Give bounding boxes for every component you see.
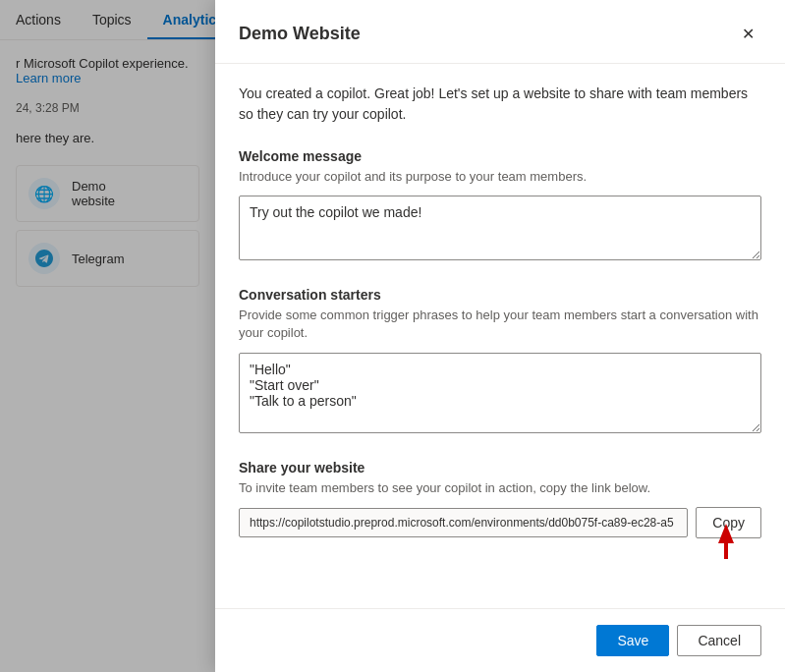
conversation-desc: Provide some common trigger phrases to h… <box>239 307 761 342</box>
modal-intro: You created a copilot. Great job! Let's … <box>239 84 761 125</box>
conversation-starters-input[interactable]: "Hello" "Start over" "Talk to a person" <box>239 353 761 433</box>
welcome-title: Welcome message <box>239 148 761 164</box>
share-row: https://copilotstudio.preprod.microsoft.… <box>239 507 761 538</box>
conversation-title: Conversation starters <box>239 287 761 303</box>
modal-overlay: Demo Website ✕ You created a copilot. Gr… <box>0 0 785 672</box>
demo-website-modal: Demo Website ✕ You created a copilot. Gr… <box>215 0 785 672</box>
share-section: Share your website To invite team member… <box>239 460 761 538</box>
share-desc: To invite team members to see your copil… <box>239 479 761 497</box>
modal-body: You created a copilot. Great job! Let's … <box>215 64 785 608</box>
arrow-up-icon <box>718 524 734 543</box>
modal-title: Demo Website <box>239 24 361 44</box>
conversation-section: Conversation starters Provide some commo… <box>239 287 761 435</box>
close-button[interactable]: ✕ <box>734 20 761 47</box>
share-title: Share your website <box>239 460 761 476</box>
arrow-shaft <box>724 543 728 559</box>
modal-footer: Save Cancel <box>215 608 785 672</box>
modal-header: Demo Website ✕ <box>215 0 785 64</box>
share-url: https://copilotstudio.preprod.microsoft.… <box>239 508 688 537</box>
cancel-button[interactable]: Cancel <box>677 625 761 656</box>
save-button[interactable]: Save <box>596 625 669 656</box>
welcome-section: Welcome message Introduce your copilot a… <box>239 148 761 263</box>
welcome-desc: Introduce your copilot and its purpose t… <box>239 168 761 186</box>
arrow-indicator <box>718 524 734 559</box>
welcome-message-input[interactable]: Try out the copilot we made! <box>239 196 761 260</box>
